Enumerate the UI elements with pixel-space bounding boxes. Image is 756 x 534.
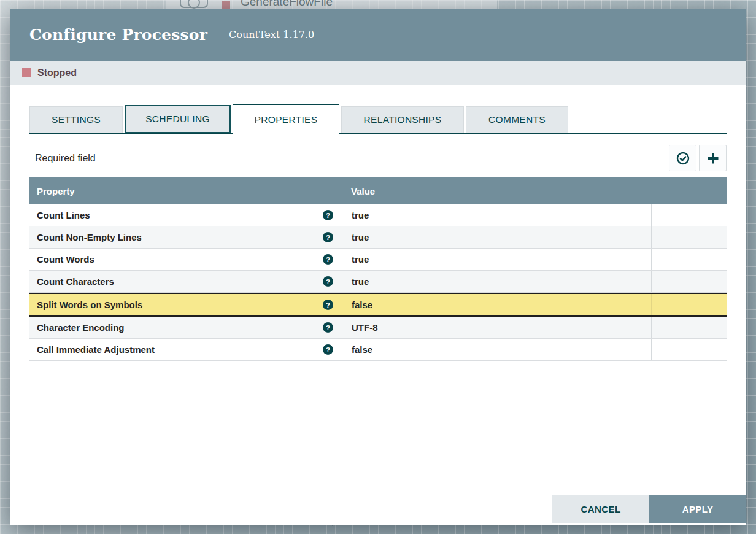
property-value[interactable]: true xyxy=(344,204,651,226)
status-label: Stopped xyxy=(37,68,77,79)
help-icon[interactable]: ? xyxy=(323,322,333,333)
property-name: Count Words xyxy=(37,254,94,265)
help-icon[interactable]: ? xyxy=(323,276,333,287)
circle-check-icon xyxy=(676,151,690,166)
apply-button[interactable]: APPLY xyxy=(649,495,746,523)
dialog-header: Configure Processor CountText 1.17.0 xyxy=(10,9,746,61)
property-name: Split Words on Symbols xyxy=(37,300,142,310)
property-name: Count Characters xyxy=(37,276,114,287)
processor-type-icon xyxy=(180,0,208,8)
processor-name-label: GenerateFlowFile xyxy=(241,0,333,9)
help-icon[interactable]: ? xyxy=(323,254,333,265)
table-row[interactable]: Count Words ? true xyxy=(29,249,727,271)
row-actions-cell xyxy=(651,339,727,360)
table-row[interactable]: Count Lines ? true xyxy=(29,204,727,226)
table-row[interactable]: Character Encoding ? UTF-8 xyxy=(29,317,727,339)
property-name: Count Non-Empty Lines xyxy=(37,232,142,242)
row-actions-cell xyxy=(651,249,727,270)
row-actions-cell xyxy=(651,317,727,338)
header-divider xyxy=(218,26,218,43)
row-actions-cell xyxy=(651,294,727,315)
table-row[interactable]: Count Non-Empty Lines ? true xyxy=(29,226,727,249)
property-value[interactable]: false xyxy=(344,339,651,360)
help-icon[interactable]: ? xyxy=(323,210,333,220)
processor-stopped-icon xyxy=(222,1,230,9)
dialog-title: Configure Processor xyxy=(29,26,207,44)
configure-processor-dialog: Configure Processor CountText 1.17.0 Sto… xyxy=(10,9,746,525)
dialog-footer: CANCEL APPLY xyxy=(552,495,746,523)
verify-properties-button[interactable] xyxy=(669,145,696,171)
table-row[interactable]: Count Characters ? true xyxy=(29,271,727,293)
properties-toolbar xyxy=(669,145,727,171)
tab-comments[interactable]: COMMENTS xyxy=(466,106,568,133)
column-header-property: Property xyxy=(29,186,344,196)
table-header-row: Property Value xyxy=(29,177,727,204)
tab-settings[interactable]: SETTINGS xyxy=(29,106,123,133)
row-actions-cell xyxy=(651,204,727,226)
table-row-highlighted[interactable]: Split Words on Symbols ? false xyxy=(29,293,727,317)
property-value[interactable]: true xyxy=(344,226,651,248)
tab-bar: SETTINGS SCHEDULING PROPERTIES RELATIONS… xyxy=(29,104,727,134)
stopped-status-icon xyxy=(22,68,31,77)
help-icon[interactable]: ? xyxy=(323,344,333,355)
tab-scheduling[interactable]: SCHEDULING xyxy=(125,105,231,133)
table-row[interactable]: Call Immediate Adjustment ? false xyxy=(29,339,727,361)
row-actions-cell xyxy=(651,226,727,248)
help-icon[interactable]: ? xyxy=(323,232,333,242)
canvas-top-strip: GenerateFlowFile xyxy=(0,0,756,9)
property-name: Call Immediate Adjustment xyxy=(37,344,155,355)
status-bar: Stopped xyxy=(10,61,746,85)
property-value[interactable]: UTF-8 xyxy=(344,317,651,338)
help-icon[interactable]: ? xyxy=(323,300,333,310)
property-name: Character Encoding xyxy=(37,322,125,333)
processor-name-version: CountText 1.17.0 xyxy=(229,29,314,41)
property-value[interactable]: false xyxy=(344,294,651,315)
property-value[interactable]: true xyxy=(344,249,651,270)
cancel-button[interactable]: CANCEL xyxy=(552,495,649,523)
property-value[interactable]: true xyxy=(344,271,651,292)
dialog-content: SETTINGS SCHEDULING PROPERTIES RELATIONS… xyxy=(10,104,746,361)
required-field-label: Required field xyxy=(29,153,96,164)
tab-properties[interactable]: PROPERTIES xyxy=(233,104,339,134)
column-header-value: Value xyxy=(344,186,651,196)
tab-relationships[interactable]: RELATIONSHIPS xyxy=(341,106,464,133)
plus-icon xyxy=(706,151,720,166)
row-actions-cell xyxy=(651,271,727,292)
properties-table: Property Value Count Lines ? true Count … xyxy=(29,177,727,361)
add-property-button[interactable] xyxy=(699,145,727,171)
property-name: Count Lines xyxy=(37,210,90,220)
table-controls-row: Required field xyxy=(29,145,727,171)
